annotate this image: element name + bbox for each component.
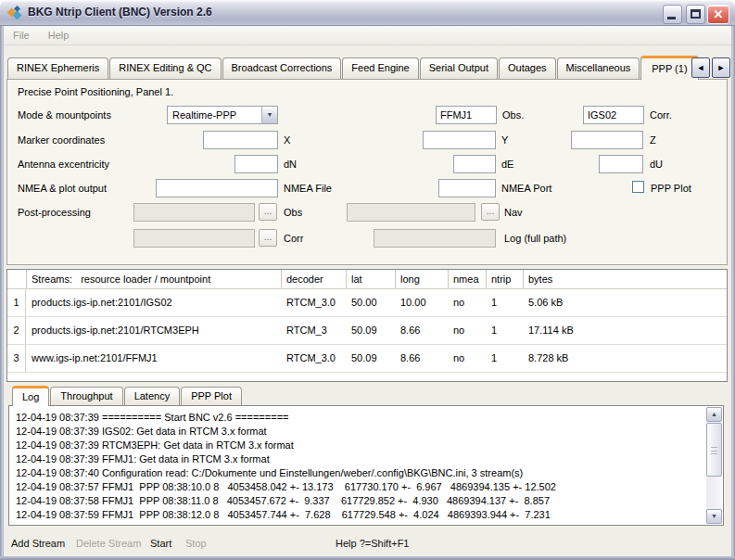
scroll-up-button[interactable]: ▲ <box>706 407 722 422</box>
window-border-left <box>0 26 4 560</box>
delete-stream-button: Delete Stream <box>76 536 141 551</box>
z-label: Z <box>650 134 656 146</box>
scroll-down-icon: ▼ <box>711 513 717 519</box>
tab-ppp-plot[interactable]: PPP Plot <box>181 387 242 405</box>
header-ntrip: ntrip <box>486 270 523 288</box>
log-output[interactable]: 12-04-19 08:37:39 ========== Start BNC v… <box>8 405 724 526</box>
window-border-right <box>731 26 735 560</box>
menu-help[interactable]: Help <box>39 26 79 45</box>
header-bytes: bytes <box>523 270 727 288</box>
antenna-excentricity-label: Antenna excentricity <box>18 159 109 171</box>
scroll-down-button[interactable]: ▼ <box>706 509 722 524</box>
post-obs-path-field <box>133 203 255 222</box>
post-obs-browse-button[interactable]: ... <box>259 203 277 221</box>
ppp-plot-label: PPP Plot <box>651 183 691 195</box>
log-line: 12-04-19 08:37:39 RTCM3EPH: Get data in … <box>16 439 703 452</box>
marker-y-field[interactable] <box>423 131 496 149</box>
tab-scroll-right-button[interactable]: ► <box>712 57 730 78</box>
log-text: 12-04-19 08:37:39 ========== Start BNC v… <box>16 411 703 523</box>
panel-title: Precise Point Positioning, Panel 1. <box>18 86 173 98</box>
mode-select-dropdown-button[interactable]: ▼ <box>261 107 277 123</box>
marker-z-field[interactable] <box>571 131 643 149</box>
tab-latency[interactable]: Latency <box>124 387 181 405</box>
maximize-button[interactable] <box>686 5 705 24</box>
post-processing-label: Post-processing <box>18 207 91 219</box>
tab-scroll-right-icon: ► <box>717 63 726 72</box>
marker-coordinates-label: Marker coordinates <box>18 134 105 146</box>
app-icon <box>7 6 22 20</box>
close-icon: ✕ <box>708 6 729 23</box>
post-nav-label: Nav <box>504 207 523 219</box>
tab-ppp-1[interactable]: PPP (1) <box>640 56 698 80</box>
du-label: dU <box>650 159 663 171</box>
header-long: long <box>395 270 448 288</box>
de-label: dE <box>501 159 513 171</box>
tab-outages[interactable]: Outages <box>499 57 556 79</box>
log-line: 12-04-19 08:37:40 Configuration read: C:… <box>16 466 703 480</box>
obs-mountpoint-field[interactable]: FFMJ1 <box>436 106 497 124</box>
bnc-window: BKG Ntrip Client (BNC) Version 2.6 ✕ Fil… <box>0 0 735 560</box>
tab-log[interactable]: Log <box>12 386 49 406</box>
log-line: 12-04-19 08:37:39 FFMJ1: Get data in RTC… <box>16 452 703 466</box>
log-line: 12-04-19 08:37:58 FFMJ1 PPP 08:38:11.0 8… <box>16 494 703 508</box>
post-corr-path-field <box>133 229 255 248</box>
help-button[interactable]: Help ?=Shift+F1 <box>336 536 410 551</box>
ppp-plot-checkbox[interactable] <box>632 181 644 193</box>
post-obs-label: Obs <box>284 207 302 219</box>
window-border-bottom <box>0 556 735 560</box>
menu-file[interactable]: File <box>4 26 39 45</box>
tab-throughput[interactable]: Throughput <box>50 387 122 405</box>
scrollbar-thumb[interactable] <box>706 423 722 477</box>
minimize-icon <box>667 17 676 19</box>
nmea-port-field[interactable] <box>438 179 496 197</box>
antenna-dn-field[interactable] <box>234 155 278 173</box>
tab-serial-output[interactable]: Serial Output <box>420 57 498 79</box>
post-corr-label: Corr <box>284 233 303 245</box>
tab-scroll-left-button[interactable]: ◄ <box>691 57 710 78</box>
nmea-port-label: NMEA Port <box>501 183 551 195</box>
stop-button: Stop <box>185 536 207 551</box>
post-nav-path-field <box>347 203 475 222</box>
post-log-path-field <box>374 229 496 248</box>
x-label: X <box>284 134 290 146</box>
header-nmea: nmea <box>448 270 486 288</box>
title-bar[interactable]: BKG Ntrip Client (BNC) Version 2.6 ✕ <box>0 0 735 26</box>
mode-mountpoints-label: Mode & mountpoints <box>18 109 111 121</box>
menu-bar: File Help <box>4 26 731 45</box>
tab-rinex-editing-qc[interactable]: RINEX Editing & QC <box>109 57 221 79</box>
maximize-icon <box>691 9 701 19</box>
y-label: Y <box>501 134 508 146</box>
dn-label: dN <box>284 159 297 171</box>
tab-miscellaneous[interactable]: Miscellaneous <box>557 57 640 79</box>
log-line: 12-04-19 08:37:59 FFMJ1 PPP 08:38:12.0 8… <box>16 508 703 522</box>
mode-select[interactable]: Realtime-PPP ▼ <box>167 106 278 124</box>
log-tab-bar: Log Throughput Latency PPP Plot <box>12 386 243 406</box>
obs-label: Obs. <box>502 109 524 121</box>
scroll-up-icon: ▲ <box>711 411 717 417</box>
tab-broadcast-corrections[interactable]: Broadcast Corrections <box>222 57 342 79</box>
add-stream-button[interactable]: Add Stream <box>11 536 65 551</box>
post-log-label: Log (full path) <box>504 233 566 245</box>
nmea-file-label: NMEA File <box>284 183 332 195</box>
nmea-plot-output-label: NMEA & plot output <box>18 183 107 195</box>
corr-label: Corr. <box>650 109 672 121</box>
close-button[interactable]: ✕ <box>707 5 729 24</box>
post-nav-browse-button[interactable]: ... <box>481 203 500 221</box>
nmea-file-field[interactable] <box>156 179 278 197</box>
marker-x-field[interactable] <box>203 131 278 149</box>
table-row[interactable]: 3 www.igs-ip.net:2101/FFMJ1 RTCM_3.0 50.… <box>7 345 727 373</box>
antenna-du-field[interactable] <box>599 155 643 173</box>
log-scrollbar[interactable]: ▲ ▼ <box>706 407 722 524</box>
tab-feed-engine[interactable]: Feed Engine <box>342 57 418 79</box>
minimize-button[interactable] <box>663 5 682 24</box>
header-lat: lat <box>346 270 395 288</box>
corr-mountpoint-field[interactable]: IGS02 <box>583 106 644 124</box>
table-row[interactable]: 1 products.igs-ip.net:2101/IGS02 RTCM_3.… <box>7 289 727 317</box>
post-corr-browse-button[interactable]: ... <box>259 229 277 247</box>
antenna-de-field[interactable] <box>453 155 496 173</box>
tab-rinex-ephemeris[interactable]: RINEX Ephemeris <box>7 57 108 79</box>
start-button[interactable]: Start <box>150 536 171 551</box>
ppp-panel: Precise Point Positioning, Panel 1. Mode… <box>6 79 728 265</box>
tab-scroll-left-icon: ◄ <box>697 63 705 72</box>
table-row[interactable]: 2 products.igs-ip.net:2101/RTCM3EPH RTCM… <box>7 317 727 345</box>
